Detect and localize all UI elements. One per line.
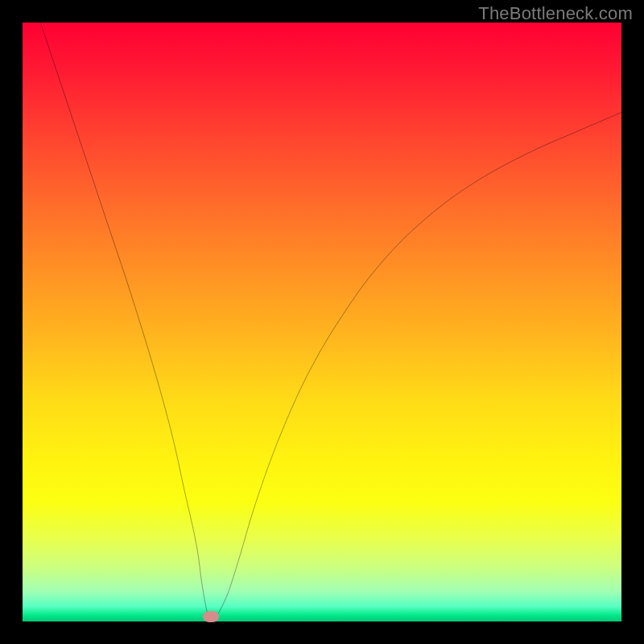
- plot-area: [23, 23, 621, 621]
- curve-path: [40, 23, 621, 621]
- optimal-point-marker: [203, 611, 219, 622]
- watermark-text: TheBottleneck.com: [478, 3, 633, 24]
- bottleneck-curve: [23, 23, 621, 621]
